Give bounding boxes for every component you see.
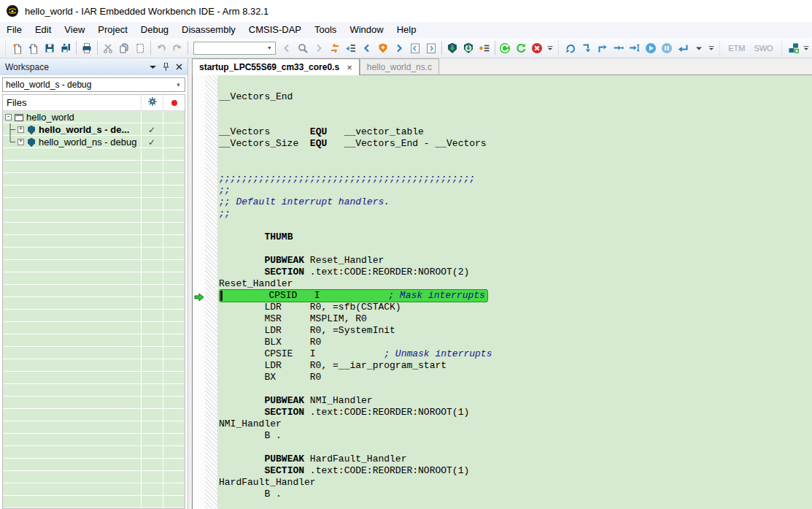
step-over-button[interactable] [579, 39, 595, 57]
code-line [219, 383, 812, 395]
shield-down-icon [446, 42, 458, 54]
tree-item-hello-world-s[interactable]: +hello_world_s - de...✓ [3, 123, 185, 136]
breakpoint-column-header[interactable] [163, 95, 185, 110]
close-icon[interactable] [176, 64, 182, 70]
probe-reset-button[interactable] [498, 39, 514, 57]
column-divider [141, 111, 142, 508]
code-editor[interactable]: __Vectors_End__Vectors EQU __vector_tabl… [217, 75, 812, 509]
prev-page-button[interactable] [407, 39, 423, 57]
green-refresh-icon [515, 42, 527, 54]
code-line: THUMB [219, 231, 812, 243]
chevron-down-icon[interactable]: ▾ [264, 45, 275, 51]
toolbar-separator [76, 41, 77, 55]
new-document-button[interactable] [9, 39, 26, 57]
go-icon [645, 42, 657, 54]
step-into-button[interactable] [611, 39, 627, 57]
next-page-button[interactable] [423, 39, 439, 57]
close-tab-icon[interactable]: × [347, 63, 352, 72]
swo-button[interactable]: SWO [749, 40, 777, 56]
save-all-button[interactable] [58, 39, 74, 57]
editor-fold-margin [205, 75, 217, 509]
tab-hello-world-ns[interactable]: hello_world_ns.c [360, 58, 439, 74]
config-selector[interactable]: hello_world_s - debug ▾ [2, 77, 185, 92]
undo-button[interactable] [153, 39, 169, 57]
menu-project[interactable]: Project [91, 22, 134, 38]
go-button[interactable] [643, 39, 659, 57]
green-reset-icon [499, 42, 511, 54]
next-bookmark-button[interactable] [391, 39, 407, 57]
code-line: HardFault_Handler [219, 477, 812, 489]
open-document-button[interactable] [26, 39, 42, 57]
tree-item-hello-world-ns[interactable]: +hello_world_ns - debug✓ [3, 136, 185, 148]
code-line: LDR R0, =__iar_program_start [219, 360, 812, 372]
step-out-button[interactable] [595, 39, 611, 57]
toolbar-overflow-button[interactable] [545, 39, 554, 57]
break-icon [661, 42, 673, 54]
menu-window[interactable]: Window [343, 22, 390, 38]
undo-icon [155, 42, 167, 54]
stop-debugging-button[interactable] [675, 39, 691, 57]
toggle-bookmark-button[interactable] [375, 39, 391, 57]
menu-cmsis-dap[interactable]: CMSIS-DAP [242, 22, 308, 38]
probe-stop-button[interactable] [529, 39, 545, 57]
code-line [219, 150, 812, 161]
toolbar-grip[interactable] [718, 41, 722, 56]
expand-expander-icon[interactable]: + [18, 139, 24, 145]
menu-debug[interactable]: Debug [134, 22, 175, 38]
files-column-header[interactable]: Files [3, 95, 141, 110]
pin-icon[interactable] [163, 63, 169, 71]
search-button[interactable] [295, 39, 311, 57]
tab-startup-file[interactable]: startup_LPC55S69_cm33_core0.s× [192, 58, 360, 75]
copy-button[interactable] [116, 39, 132, 57]
chev-lblue-r-icon [313, 42, 325, 54]
menu-view[interactable]: View [58, 22, 91, 38]
download-button[interactable] [460, 39, 476, 57]
search-next-button[interactable] [311, 39, 327, 57]
run-to-cursor-button[interactable] [627, 39, 643, 57]
swap-orange-icon [329, 42, 341, 54]
probe-refresh-button[interactable] [513, 39, 529, 57]
download-and-debug-button[interactable] [444, 39, 460, 57]
menu-help[interactable]: Help [390, 22, 423, 38]
code-line: CPSIE I ; Unmask interrupts [219, 348, 812, 360]
collapse-expander-icon[interactable]: - [5, 114, 12, 120]
etm-button[interactable]: ETM [724, 40, 749, 56]
prev-bookmark-button[interactable] [359, 39, 375, 57]
break-button[interactable] [659, 39, 675, 57]
toggle-source-disasm-button[interactable] [327, 39, 343, 57]
code-line: ;; [219, 185, 812, 196]
breakpoints-window-button[interactable] [476, 39, 492, 57]
menu-tools[interactable]: Tools [308, 22, 343, 38]
save-button[interactable] [42, 39, 58, 57]
window-title: hello_world - IAR Embedded Workbench IDE… [25, 6, 268, 17]
redo-button[interactable] [169, 39, 185, 57]
toolbar-grip[interactable] [780, 41, 784, 56]
files-table-header: Files [3, 95, 185, 111]
search-prev-button[interactable] [279, 39, 295, 57]
debug-reset-button[interactable] [562, 39, 579, 57]
menu-file[interactable]: File [0, 22, 28, 38]
quick-search-combobox[interactable]: ▾ [193, 42, 276, 55]
editor-margin[interactable] [193, 75, 205, 509]
flash-tool-button[interactable] [786, 39, 802, 57]
toolbar-grip[interactable] [557, 41, 560, 56]
print-button[interactable] [79, 39, 95, 57]
tree-item-hello-world[interactable]: -hello_world [3, 111, 185, 123]
options-column-header[interactable] [141, 95, 163, 110]
debug-options-button[interactable] [691, 39, 707, 57]
shield-plus-icon [377, 42, 389, 54]
menu-disassembly[interactable]: Disassembly [175, 22, 242, 38]
panel-menu-icon[interactable] [150, 64, 156, 70]
paste-button[interactable] [132, 39, 148, 57]
chev-blue-r-icon [393, 42, 405, 54]
editor-tabbar: startup_LPC55S69_cm33_core0.s×hello_worl… [192, 58, 812, 75]
toolbar-separator [150, 41, 151, 55]
toolbar-grip[interactable] [4, 41, 7, 56]
goto-list-button[interactable] [343, 39, 359, 57]
menu-edit[interactable]: Edit [28, 22, 58, 38]
toolbar-overflow-button[interactable] [802, 39, 811, 57]
toolbar-overflow-button[interactable] [707, 39, 716, 57]
cut-button[interactable] [100, 39, 116, 57]
code-line [219, 161, 812, 173]
expand-expander-icon[interactable]: + [18, 126, 24, 133]
